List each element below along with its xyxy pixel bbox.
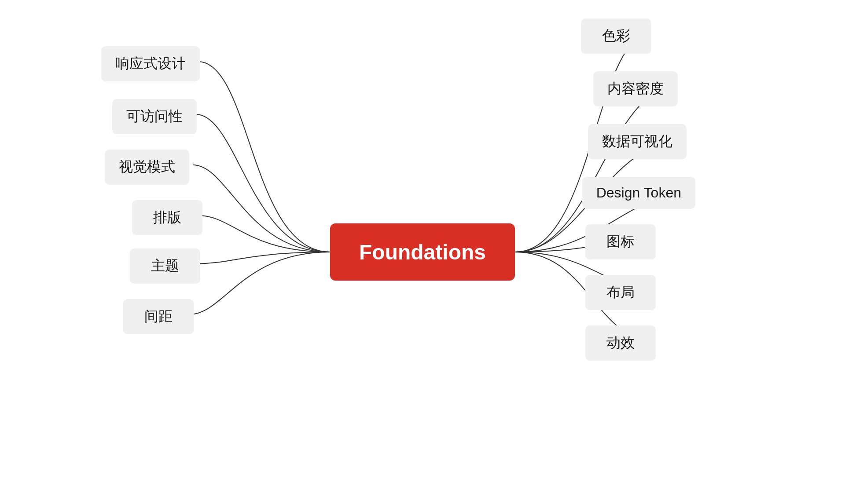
mind-map-canvas: Foundations 色彩 内容密度 数据可视化 Design Token 图…: [0, 0, 845, 504]
node-typography[interactable]: 排版: [132, 200, 202, 235]
center-node[interactable]: Foundations: [330, 223, 515, 281]
node-color[interactable]: 色彩: [581, 18, 651, 54]
node-spacing[interactable]: 间距: [123, 299, 194, 334]
node-a11y[interactable]: 可访问性: [112, 99, 197, 134]
node-dataviz[interactable]: 数据可视化: [588, 124, 687, 159]
node-token[interactable]: Design Token: [582, 177, 695, 209]
node-visual[interactable]: 视觉模式: [105, 150, 189, 185]
node-motion[interactable]: 动效: [585, 325, 656, 361]
node-icon[interactable]: 图标: [585, 224, 656, 259]
node-responsive[interactable]: 响应式设计: [101, 46, 200, 81]
node-layout[interactable]: 布局: [585, 275, 656, 310]
node-theme[interactable]: 主题: [130, 248, 200, 284]
node-density[interactable]: 内容密度: [593, 71, 678, 106]
